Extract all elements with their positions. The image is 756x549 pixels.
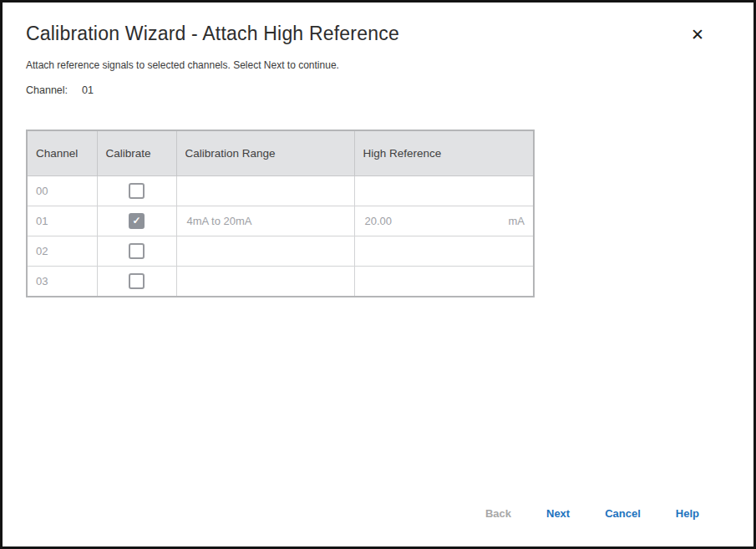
help-button[interactable]: Help [676,507,699,520]
calibrate-checkbox[interactable]: ✓ [129,273,145,289]
close-icon[interactable]: ✕ [687,24,708,46]
calibration-range-cell [176,236,354,267]
checkmark-icon: ✓ [130,215,143,227]
column-header-calibrate: Calibrate [97,130,176,176]
wizard-footer: Back Next Cancel Help [485,507,699,520]
dialog-title: Calibration Wizard - Attach High Referen… [26,23,399,45]
calibrate-checkbox[interactable]: ✓ [129,183,145,199]
channel-value: 01 [82,84,94,96]
table-row-channel-01: 01 ✓ 4mA to 20mA 20.00 mA [27,206,534,236]
cancel-button[interactable]: Cancel [605,507,641,520]
back-button[interactable]: Back [485,507,511,520]
table-row-channel-00: 00 ✓ [27,176,534,206]
channel-id: 01 [27,206,97,236]
channel-field: Channel:01 [26,84,94,96]
high-reference-input[interactable]: 20.00 mA [355,215,534,227]
calibration-range-cell [176,176,354,206]
column-header-high-reference: High Reference [354,130,534,176]
channel-id: 03 [27,267,97,297]
calibration-range-cell [176,267,354,297]
calibration-table: Channel Calibrate Calibration Range High… [26,130,535,297]
calibrate-checkbox[interactable]: ✓ [129,243,145,259]
channel-id: 00 [27,176,97,206]
table-header-row: Channel Calibrate Calibration Range High… [27,130,534,176]
column-header-calibration-range: Calibration Range [176,130,354,176]
calibration-wizard-dialog: Calibration Wizard - Attach High Referen… [0,0,756,549]
column-header-channel: Channel [27,130,97,176]
calibrate-checkbox[interactable]: ✓ [129,213,145,229]
high-reference-value[interactable]: 20.00 [365,215,393,227]
table-row-channel-02: 02 ✓ [27,236,534,267]
table-row-channel-03: 03 ✓ [27,267,534,297]
dialog-instructions: Attach reference signals to selected cha… [26,59,339,71]
channel-id: 02 [27,236,97,267]
next-button[interactable]: Next [546,507,570,520]
calibration-range-cell[interactable]: 4mA to 20mA [176,206,354,236]
high-reference-unit: mA [509,215,525,227]
channel-label: Channel: [26,84,68,96]
